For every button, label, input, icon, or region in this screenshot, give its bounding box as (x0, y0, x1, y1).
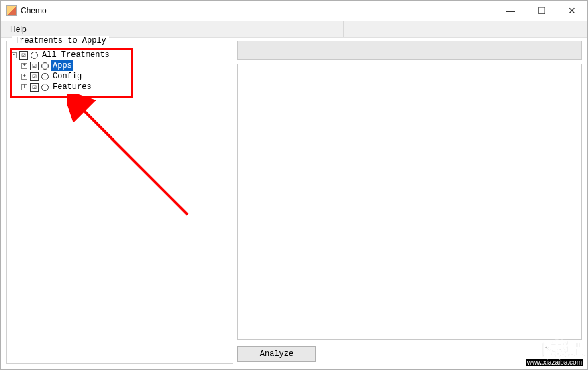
title-bar: Chemo — ☐ ✕ (1, 1, 587, 21)
radio-icon[interactable] (41, 62, 49, 70)
tree-node-apps[interactable]: + ☑ Apps (11, 60, 229, 71)
minimize-icon: — (506, 5, 515, 16)
menu-help[interactable]: Help (5, 21, 344, 37)
treatments-tree[interactable]: - ☑ All Treatments + ☑ Apps + (11, 50, 229, 92)
expander-icon[interactable]: - (11, 52, 17, 58)
tree-label[interactable]: Config (51, 71, 83, 82)
client-area: Treatments to Apply - ☑ All Treatments +… (1, 38, 587, 369)
tree-label[interactable]: Features (51, 82, 93, 92)
minimize-button[interactable]: — (495, 1, 526, 21)
close-button[interactable]: ✕ (557, 1, 587, 21)
maximize-icon: ☐ (537, 5, 546, 16)
expander-icon[interactable]: + (21, 63, 27, 69)
radio-icon[interactable] (31, 52, 38, 59)
checkbox[interactable]: ☑ (19, 51, 28, 60)
output-list[interactable] (237, 64, 582, 340)
tree-label[interactable]: Apps (51, 60, 74, 71)
expander-icon[interactable]: + (21, 84, 27, 90)
radio-icon[interactable] (41, 84, 49, 91)
tree-label[interactable]: All Treatments (41, 50, 111, 60)
app-icon (6, 5, 17, 16)
analyze-button[interactable]: Analyze (237, 346, 316, 362)
radio-icon[interactable] (41, 73, 49, 80)
checkbox[interactable]: ☑ (30, 62, 39, 70)
output-header-panel (237, 41, 582, 60)
groupbox-caption: Treatments to Apply (12, 36, 109, 45)
treatments-groupbox: Treatments to Apply - ☑ All Treatments +… (6, 41, 233, 364)
tree-node-features[interactable]: + ☑ Features (11, 82, 229, 92)
bottom-button-row: Analyze (237, 344, 582, 364)
close-icon: ✕ (568, 5, 576, 16)
maximize-button[interactable]: ☐ (526, 1, 557, 21)
expander-icon[interactable]: + (21, 74, 27, 80)
right-pane: Analyze (237, 41, 582, 364)
analyze-button-label: Analyze (260, 349, 293, 359)
tree-node-all-treatments[interactable]: - ☑ All Treatments (11, 50, 229, 60)
app-window: Chemo — ☐ ✕ Help Treatments to Apply - ☑… (0, 0, 588, 370)
window-title: Chemo (21, 6, 47, 15)
checkbox[interactable]: ☑ (30, 83, 39, 92)
tree-node-config[interactable]: + ☑ Config (11, 71, 229, 82)
menu-help-label: Help (10, 25, 27, 34)
checkbox[interactable]: ☑ (30, 72, 39, 81)
